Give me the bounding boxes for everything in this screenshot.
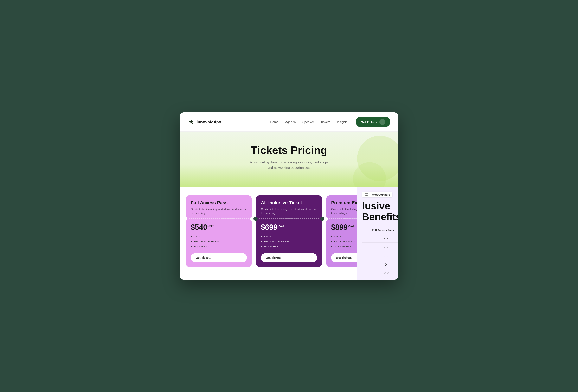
nav-item-home[interactable]: Home — [270, 120, 279, 124]
compare-check-5-1: ✓✓ — [372, 271, 398, 276]
nav-get-tickets-button[interactable]: Get Tickets → — [356, 117, 390, 127]
ticket-lower-full-access: $540+VAT 1 Seat Free Lunch & Snacks Regu… — [186, 222, 252, 267]
hero-section: Tickets Pricing Be inspired by thought-p… — [180, 132, 398, 187]
feature-item: Regular Seat — [191, 244, 247, 249]
ticket-lower-all-inclusive: $699+VAT 1 Seat Free Lunch & Snacks Midd… — [256, 222, 322, 267]
ticket-desc-full-access: Onsite ticket including food, drinks and… — [191, 207, 247, 215]
feature-item: Free Lunch & Snacks — [261, 239, 317, 244]
hero-subtitle: Be inspired by thought-provoking keynote… — [248, 160, 330, 170]
compare-check-1-1: ✓✓ — [372, 236, 398, 240]
logo-icon — [188, 119, 194, 125]
ticket-notch-left-3 — [324, 217, 328, 221]
compare-row-4: ✕ ✕ — [362, 260, 398, 269]
feature-item: 1 Seat — [261, 234, 317, 239]
side-panel: Ticket Compare lusive Benefits Full Acce… — [357, 187, 398, 280]
nav-item-tickets[interactable]: Tickets — [321, 120, 330, 124]
compare-row-2: ✓✓ ✓✓ — [362, 243, 398, 252]
ticket-notch-left-1 — [183, 217, 188, 221]
ticket-price-all-inclusive: $699+VAT — [261, 223, 317, 232]
side-panel-title: lusive Benefits — [362, 201, 398, 223]
logo-text: InnovateXpo — [196, 120, 221, 124]
compare-cross-4-1: ✕ — [372, 262, 398, 267]
browser-window: InnovateXpo Home Agenda Speaker Tickets … — [180, 112, 398, 279]
compare-table-header: Full Access Pass All-Inclusive Tick — [362, 229, 398, 232]
arrow-icon: → — [239, 256, 242, 259]
nav-links: Home Agenda Speaker Tickets Insights — [270, 120, 347, 124]
nav-item-insights[interactable]: Insights — [337, 120, 348, 124]
ticket-price-full-access: $540+VAT — [191, 223, 247, 232]
ticket-upper-all-inclusive: All-Inclusive Ticket Onsite ticket inclu… — [256, 195, 322, 215]
hero-title: Tickets Pricing — [188, 144, 390, 156]
feature-item: Middle Seat — [261, 244, 317, 249]
ticket-features-full-access: 1 Seat Free Lunch & Snacks Regular Seat — [191, 234, 247, 249]
compare-row-3: ✓✓ ✓✓ — [362, 252, 398, 260]
feature-item: 1 Seat — [191, 234, 247, 239]
ticket-features-all-inclusive: 1 Seat Free Lunch & Snacks Middle Seat — [261, 234, 317, 249]
monitor-icon — [365, 193, 368, 196]
ticket-divider-full-access — [186, 218, 252, 219]
ticket-divider-all-inclusive — [256, 218, 322, 219]
feature-item: Free Lunch & Snacks — [191, 239, 247, 244]
compare-row-5: ✓✓ ✕ — [362, 269, 398, 278]
ticket-card-all-inclusive: All-Inclusive Ticket Onsite ticket inclu… — [256, 195, 322, 267]
ticket-cta-all-inclusive[interactable]: Get Tickets → — [261, 253, 317, 262]
ticket-dash-2 — [259, 218, 319, 219]
arrow-icon: → — [309, 256, 312, 259]
ticket-name-all-inclusive: All-Inclusive Ticket — [261, 200, 317, 206]
compare-row-1: ✓✓ ✓✓ — [362, 234, 398, 243]
ticket-cta-full-access[interactable]: Get Tickets → — [191, 253, 247, 262]
ticket-upper-full-access: Full Access Pass Onsite ticket including… — [186, 195, 252, 215]
compare-check-3-1: ✓✓ — [372, 254, 398, 258]
ticket-dash-1 — [189, 218, 249, 219]
main-content: Full Access Pass Onsite ticket including… — [180, 187, 398, 280]
logo-area: InnovateXpo — [188, 119, 221, 125]
compare-col-header-1: Full Access Pass — [372, 229, 398, 232]
ticket-desc-all-inclusive: Onsite ticket including food, drinks and… — [261, 207, 317, 215]
ticket-name-full-access: Full Access Pass — [191, 200, 247, 206]
navbar: InnovateXpo Home Agenda Speaker Tickets … — [180, 112, 398, 132]
nav-item-agenda[interactable]: Agenda — [285, 120, 296, 124]
svg-rect-0 — [365, 193, 368, 195]
ticket-card-full-access: Full Access Pass Onsite ticket including… — [186, 195, 252, 267]
compare-check-2-1: ✓✓ — [372, 245, 398, 249]
nav-item-speaker[interactable]: Speaker — [302, 120, 314, 124]
ticket-compare-badge: Ticket Compare — [362, 192, 392, 197]
ticket-notch-left-2 — [253, 217, 258, 221]
arrow-icon: → — [380, 119, 385, 125]
